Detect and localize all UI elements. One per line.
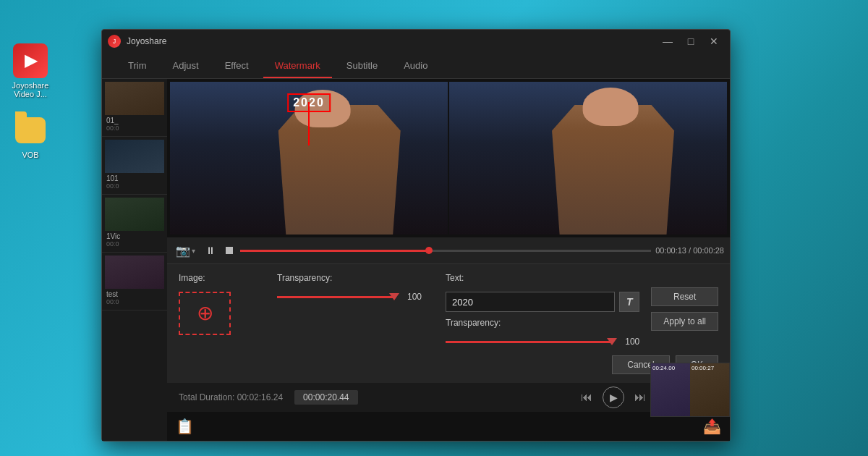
skip-forward-button[interactable]: ⏭: [630, 389, 650, 405]
progress-thumb: [425, 247, 433, 254]
vob-label: VOB: [22, 151, 38, 159]
person-head-right: [582, 88, 638, 126]
sidebar-item-1-name: 01_: [105, 115, 164, 124]
window-title: Joyoshare: [127, 36, 658, 46]
transparency-slider-thumb: [389, 293, 399, 300]
tab-trim[interactable]: Trim: [116, 54, 158, 78]
sidebar-item-1-time: 00:0: [105, 124, 164, 133]
title-bar: J Joyoshare — □ ✕: [102, 30, 730, 53]
minimize-button[interactable]: —: [658, 33, 678, 49]
thumb-3-preview: [105, 198, 164, 231]
progress-fill: [240, 250, 429, 252]
maximize-button[interactable]: □: [681, 33, 701, 49]
text-transparency-fill: [446, 341, 612, 343]
sidebar-item-4-time: 00:0: [105, 298, 164, 307]
image-section: Image: ⊕: [179, 273, 265, 335]
content-area: CaptionSolutions 2020: [167, 79, 730, 441]
camera-chevron-icon: ▾: [192, 247, 195, 255]
tab-effect[interactable]: Effect: [213, 54, 260, 78]
sidebar-item-1[interactable]: 01_ 00:0: [102, 79, 167, 137]
apply-all-button[interactable]: Apply to all: [651, 312, 718, 331]
tab-watermark[interactable]: Watermark: [263, 54, 332, 78]
controls-row: Image: ⊕ Transparency:: [179, 273, 718, 347]
desktop: ▶ JoyoshareVideo J... VOB J Joyoshare — …: [0, 0, 868, 456]
text-format-button[interactable]: T: [619, 292, 639, 312]
window-controls: — □ ✕: [658, 33, 724, 49]
app-logo: J: [108, 35, 121, 48]
sidebar-item-4[interactable]: test 00:0: [102, 253, 167, 311]
sidebar-item-2-time: 00:0: [105, 182, 164, 191]
tab-adjust[interactable]: Adjust: [161, 54, 210, 78]
pause-icon: ⏸: [205, 245, 216, 256]
timeline-time-2: 00:00:27: [692, 365, 714, 371]
thumb-4-preview: [105, 256, 164, 289]
vob-icon[interactable]: VOB: [7, 113, 54, 159]
stop-button[interactable]: [223, 245, 236, 256]
watermark-position-line: [308, 102, 310, 145]
skip-back-button[interactable]: ⏮: [576, 389, 597, 405]
export-button[interactable]: 📤: [703, 418, 721, 435]
joyoshare-label: JoyoshareVideo J...: [12, 81, 49, 98]
joyoshare-icon[interactable]: ▶ JoyoshareVideo J...: [7, 43, 54, 98]
playback-bar: 📷 ▾ ⏸ 00:00:13 /: [167, 237, 730, 263]
thumb-2-preview: [105, 140, 164, 173]
sidebar-item-3-time: 00:0: [105, 240, 164, 249]
footer-bar: Total Duration: 00:02:16.24 00:00:20.44 …: [167, 383, 730, 412]
right-video-panel: CaptionSolutions: [449, 82, 727, 235]
text-section: Text: T Transparency:: [446, 273, 639, 347]
footer-play-button[interactable]: ▶: [603, 387, 624, 408]
watermark-text-input[interactable]: [446, 292, 615, 312]
image-transparency-section: Transparency: 100: [277, 273, 422, 302]
camera-button[interactable]: 📷 ▾: [173, 242, 198, 259]
sidebar-file-list: 01_ 00:0 101 00:0 1Vic 00:0: [102, 79, 167, 441]
import-icon: 📋: [176, 418, 194, 435]
transparency-slider[interactable]: [277, 296, 394, 298]
timeline-thumb-1: 00:24.00: [651, 363, 690, 416]
timeline-time-1: 00:24.00: [652, 365, 675, 371]
action-section: Reset Apply to all: [651, 273, 718, 331]
import-button[interactable]: 📋: [176, 418, 194, 435]
sidebar-item-2[interactable]: 101 00:0: [102, 137, 167, 195]
image-add-icon: ⊕: [197, 303, 213, 324]
export-icon: 📤: [703, 418, 721, 435]
timeline-thumb-2: 00:00:27: [690, 363, 729, 416]
transparency-value: 100: [400, 292, 422, 302]
desktop-icons: ▶ JoyoshareVideo J... VOB: [7, 43, 54, 159]
reset-button[interactable]: Reset: [651, 287, 718, 306]
sidebar-item-4-name: test: [105, 289, 164, 298]
transparency-label: Transparency:: [277, 273, 422, 283]
main-content: 01_ 00:0 101 00:0 1Vic 00:0: [102, 79, 730, 441]
text-transparency-slider-row: 100: [446, 337, 639, 347]
thumb-1-preview: [105, 82, 164, 115]
controls-panel: Image: ⊕ Transparency:: [167, 263, 730, 383]
image-label: Image:: [179, 273, 265, 283]
total-duration: Total Duration: 00:02:16.24: [179, 392, 283, 402]
transparency-slider-fill: [277, 296, 394, 298]
joyoshare-logo: ▶: [13, 43, 48, 78]
sidebar-item-2-name: 101: [105, 173, 164, 182]
confirm-row: Cancel OK: [179, 347, 718, 374]
left-video-content: CaptionSolutions 2020: [170, 82, 448, 235]
left-video-panel: CaptionSolutions 2020: [170, 82, 448, 235]
sidebar-item-3[interactable]: 1Vic 00:0: [102, 195, 167, 253]
camera-icon: 📷: [176, 244, 190, 258]
vob-folder-icon: [15, 117, 46, 143]
tabs-bar: Trim Adjust Effect Watermark Subtitle Au…: [102, 53, 730, 79]
right-video-content: CaptionSolutions: [449, 82, 727, 235]
text-label: Text:: [446, 273, 639, 283]
text-transparency-slider[interactable]: [446, 341, 612, 343]
text-input-row: T: [446, 292, 639, 312]
text-transparency-label: Transparency:: [446, 318, 639, 328]
current-time-display: 00:00:20.44: [294, 390, 357, 405]
tab-subtitle[interactable]: Subtitle: [335, 54, 389, 78]
transparency-slider-row: 100: [277, 292, 422, 302]
close-button[interactable]: ✕: [704, 33, 724, 49]
image-placeholder[interactable]: ⊕: [179, 292, 231, 335]
sidebar-item-3-name: 1Vic: [105, 231, 164, 240]
progress-bar[interactable]: [240, 250, 651, 252]
stop-icon: [226, 247, 233, 254]
pause-button[interactable]: ⏸: [203, 243, 218, 258]
text-transparency-thumb: [607, 338, 617, 345]
tab-audio[interactable]: Audio: [392, 54, 439, 78]
preview-area: CaptionSolutions 2020: [167, 79, 730, 237]
